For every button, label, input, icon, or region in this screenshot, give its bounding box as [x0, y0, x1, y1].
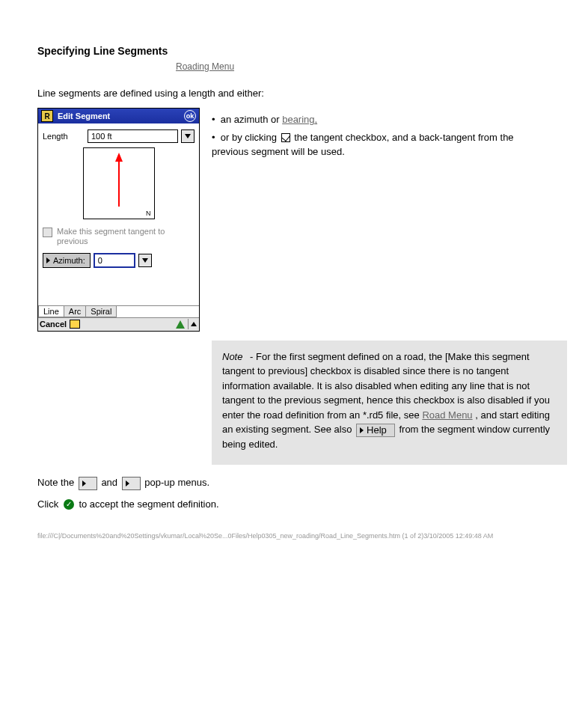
checkmark-icon[interactable]: ✓ — [64, 499, 74, 510]
window-titlebar: R Edit Segment ok — [38, 109, 199, 123]
chevron-up-icon[interactable] — [191, 322, 197, 326]
popup-button-left[interactable] — [79, 477, 97, 490]
keyboard-icon[interactable] — [70, 320, 80, 329]
p1a: Note the — [37, 477, 77, 488]
warning-icon[interactable] — [176, 320, 185, 329]
roading-menu-link[interactable]: Roading Menu — [176, 61, 551, 72]
chevron-down-icon — [185, 134, 191, 138]
length-dropdown-button[interactable] — [181, 129, 195, 143]
length-input[interactable]: 100 ft — [88, 129, 178, 143]
ok-button[interactable]: ok — [184, 110, 196, 122]
intro-text: Line segments are defined using a length… — [37, 87, 551, 100]
p2a: Click — [37, 498, 61, 510]
tab-line[interactable]: Line — [38, 306, 64, 317]
bottom-bar: Cancel — [38, 317, 199, 331]
direction-preview: N — [83, 147, 155, 219]
tangent-checkbox-disabled — [43, 228, 52, 237]
tab-arc[interactable]: Arc — [64, 306, 87, 317]
help-popup-button[interactable]: Help — [356, 424, 395, 437]
footer-path: file:///C|/Documents%20and%20Settings/vk… — [37, 532, 493, 540]
edit-segment-window: R Edit Segment ok Length 100 ft N Make — [37, 108, 200, 331]
triangle-right-icon — [82, 480, 86, 486]
azimuth-input[interactable]: 0 — [94, 253, 135, 268]
tangent-row: Make this segment tangent to previous — [43, 227, 195, 246]
length-label: Length — [43, 132, 85, 141]
p1c: pop-up menus. — [144, 477, 209, 488]
p2b: to accept the segment definition. — [79, 498, 218, 510]
road-menu-link[interactable]: Road Menu — [422, 409, 472, 421]
window-title: Edit Segment — [58, 112, 184, 120]
popup-note-line: Note the and pop-up menus. — [37, 475, 551, 491]
app-icon: R — [41, 110, 53, 122]
triangle-right-icon — [360, 427, 364, 433]
right-column-text: • an azimuth or bearing, • or by clickin… — [212, 108, 551, 162]
azimuth-dropdown-button[interactable] — [138, 254, 152, 267]
triangle-right-icon — [46, 257, 50, 263]
chevron-down-icon — [142, 258, 148, 263]
north-label: N — [146, 210, 151, 217]
azimuth-label: Azimuth: — [53, 256, 85, 265]
rt-line2a: or by clicking — [221, 132, 277, 143]
note-block: Note - For the first segment defined on … — [212, 341, 567, 466]
p1b: and — [101, 477, 120, 488]
arrow-shaft-icon — [118, 157, 120, 207]
bearing-link[interactable]: bearing, — [282, 114, 317, 125]
note-label: Note — [222, 351, 242, 362]
popup-button-right[interactable] — [122, 477, 141, 490]
divider — [188, 319, 189, 329]
accept-line: Click ✓ to accept the segment definition… — [37, 497, 551, 513]
azimuth-popup-button[interactable]: Azimuth: — [43, 253, 91, 268]
help-label: Help — [367, 423, 387, 438]
rt-line1a: an azimuth or — [221, 114, 280, 125]
tangent-text: Make this segment tangent to previous — [57, 227, 195, 246]
cancel-button[interactable]: Cancel — [40, 320, 67, 329]
checkbox-icon — [281, 133, 290, 142]
tabs-row: Line Arc Spiral — [38, 305, 199, 317]
tab-spiral[interactable]: Spiral — [85, 306, 117, 317]
page-heading: Specifying Line Segments — [37, 45, 551, 57]
triangle-right-icon — [126, 480, 129, 486]
